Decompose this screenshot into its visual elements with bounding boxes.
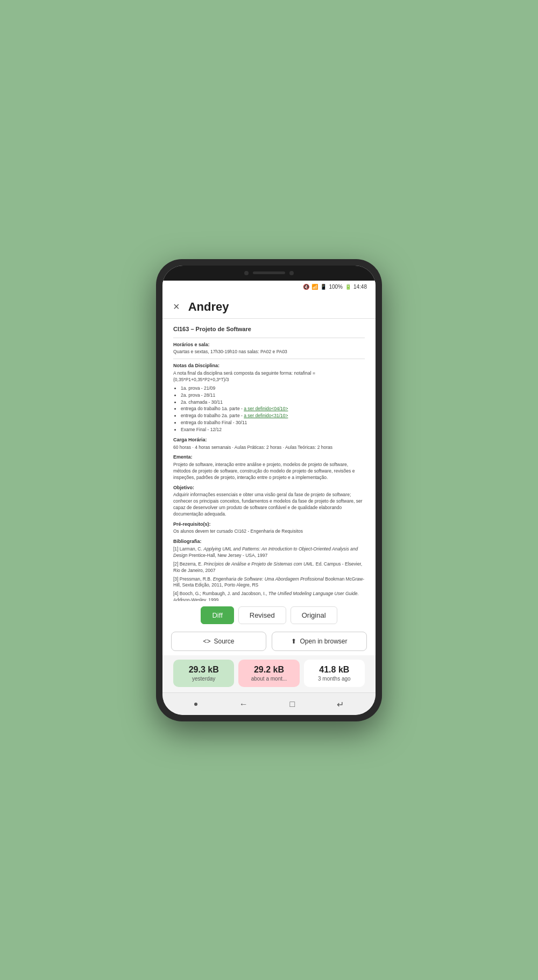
size-card-month[interactable]: 29.2 kB about a mont... <box>238 660 299 687</box>
browser-label: Open in browser <box>300 638 347 645</box>
section-heading-carga: Carga Horária: <box>173 437 365 443</box>
menu-button[interactable]: ↵ <box>331 697 349 712</box>
browser-icon: ⬆ <box>291 638 296 645</box>
battery-icon: 🔋 <box>345 284 351 290</box>
phone-screen: 🔇 📶 📱 100% 🔋 14:48 × Andrey CI163 – Proj… <box>162 266 376 715</box>
size-value-2: 29.2 kB <box>254 665 284 675</box>
app-title: Andrey <box>188 300 229 314</box>
size-label-2: about a mont... <box>251 676 287 682</box>
action-buttons: <> Source ⬆ Open in browser <box>162 627 376 655</box>
biblio-ref-4: [4] Booch, G.; Rumbaugh, J. and Jacobson… <box>173 591 365 600</box>
home-dot[interactable] <box>194 703 197 706</box>
size-card-yesterday[interactable]: 29.3 kB yesterday <box>173 660 234 687</box>
section-text-ementa: Projeto de software, interação entre aná… <box>173 462 365 481</box>
battery-label: 100% <box>329 284 343 290</box>
biblio-ref-1: [1] Larman, C. Applying UML and Patterns… <box>173 546 365 559</box>
section-text-horarios: Quartas e sextas, 17h30-19h10 nas salas:… <box>173 349 365 355</box>
wifi-icon: 📶 <box>312 284 318 290</box>
size-card-months[interactable]: 41.8 kB 3 months ago <box>304 660 365 687</box>
open-browser-button[interactable]: ⬆ Open in browser <box>272 632 367 651</box>
list-item: 2a. prova - 28/11 <box>181 392 365 399</box>
bottom-nav: ← □ ↵ <box>162 692 376 715</box>
bullet-list: 1a. prova - 21/09 2a. prova - 28/11 2a. … <box>181 385 365 433</box>
section-heading-notas: Notas da Disciplina: <box>173 362 365 369</box>
tab-revised[interactable]: Revised <box>238 606 286 624</box>
source-button[interactable]: <> Source <box>171 632 266 651</box>
link-date-2[interactable]: a ser definido<31/10> <box>244 413 288 418</box>
source-icon: <> <box>203 638 210 645</box>
section-heading-prereq: Pré-requisito(s): <box>173 521 365 528</box>
size-cards: 29.3 kB yesterday 29.2 kB about a mont..… <box>162 655 376 692</box>
list-item: entrega do trabalho 1a. parte - a ser de… <box>181 406 365 412</box>
tab-original[interactable]: Original <box>291 606 337 624</box>
camera-dot-2 <box>289 271 294 275</box>
app-header: × Andrey <box>162 294 376 319</box>
status-bar: 🔇 📶 📱 100% 🔋 14:48 <box>162 281 376 294</box>
diff-tabs: Diff Revised Original <box>162 601 376 627</box>
section-heading-objetivo: Objetivo: <box>173 484 365 491</box>
section-text-objetivo: Adquirir informações essenciais e obter … <box>173 492 365 518</box>
list-item: Exame Final - 12/12 <box>181 427 365 433</box>
section-heading-horarios: Horários e sala: <box>173 341 365 348</box>
section-text-notas: A nota final da disciplina será composta… <box>173 370 365 383</box>
section-text-prereq: Os alunos devem ter cursado CI162 - Enge… <box>173 528 365 535</box>
source-label: Source <box>214 638 234 645</box>
tab-diff[interactable]: Diff <box>201 606 233 624</box>
list-item: entrega do trabalho Final - 30/11 <box>181 420 365 426</box>
size-label-1: yesterday <box>192 676 215 682</box>
close-button[interactable]: × <box>173 301 180 313</box>
biblio-ref-2: [2] Bezerra, E. Princípios de Análise e … <box>173 561 365 574</box>
section-heading-ementa: Ementa: <box>173 454 365 461</box>
mute-icon: 🔇 <box>303 284 309 290</box>
camera-dot <box>244 271 249 275</box>
recents-button[interactable]: □ <box>285 697 301 711</box>
status-icons: 🔇 📶 📱 100% 🔋 14:48 <box>303 284 367 290</box>
size-value-3: 41.8 kB <box>319 665 349 675</box>
document-title: CI163 – Projeto de Software <box>173 325 365 333</box>
biblio-ref-3: [3] Pressman, R.B. Engenharia de Softwar… <box>173 576 365 589</box>
time-label: 14:48 <box>353 284 367 290</box>
section-heading-biblio: Bibliografia: <box>173 538 365 545</box>
link-date-1[interactable]: a ser definido<04/10> <box>244 406 288 411</box>
section-text-carga: 60 horas · 4 horas semanais · Aulas Prát… <box>173 445 365 451</box>
document-content: CI163 – Projeto de Software Horários e s… <box>162 319 376 601</box>
list-item: 1a. prova - 21/09 <box>181 385 365 392</box>
list-item: 2a. chamada - 30/11 <box>181 399 365 406</box>
phone-device: 🔇 📶 📱 100% 🔋 14:48 × Andrey CI163 – Proj… <box>156 259 382 721</box>
size-label-3: 3 months ago <box>318 676 351 682</box>
back-button[interactable]: ← <box>234 697 253 711</box>
phone-top-bar <box>162 266 376 281</box>
size-value-1: 29.3 kB <box>189 665 219 675</box>
list-item: entrega do trabalho 2a. parte - a ser de… <box>181 413 365 419</box>
signal-icon: 📱 <box>320 284 327 290</box>
speaker-bar <box>253 271 285 274</box>
